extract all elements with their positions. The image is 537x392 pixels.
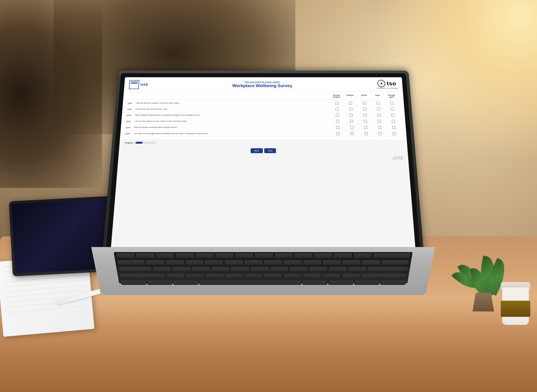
progress-section: Progress xyxy=(119,139,407,146)
qa28-strongly-disagree[interactable] xyxy=(336,126,339,129)
qa29-agree[interactable] xyxy=(379,132,382,135)
question-header-row: Stronglydisagree Disagree Neutral Agree … xyxy=(128,93,398,99)
question-num-qa24: QA24 xyxy=(128,102,136,104)
rating-options-qa26 xyxy=(330,114,400,117)
rating-header-disagree: Disagree xyxy=(344,95,356,98)
qa29-strongly-disagree[interactable] xyxy=(336,132,340,135)
rating-options-qa28 xyxy=(331,126,401,129)
qa25-neutral[interactable] xyxy=(363,108,367,110)
qa27-neutral[interactable] xyxy=(364,120,367,123)
survey-title-area: Plain text version for screen readers Wo… xyxy=(148,81,376,88)
question-text-qa29: I can talk to my manager about something… xyxy=(133,132,331,135)
qa26-disagree[interactable] xyxy=(350,114,353,117)
qa26-strongly-disagree[interactable] xyxy=(336,114,339,117)
question-row-qa29: QA29 I can talk to my manager about some… xyxy=(125,131,401,137)
nav-buttons: Back Next xyxy=(119,146,408,155)
rating-options-qa29 xyxy=(331,132,401,135)
survey-header: HSE Plain text version for screen reader… xyxy=(124,77,403,91)
qa25-strongly-disagree[interactable] xyxy=(336,108,339,110)
back-button[interactable]: Back xyxy=(251,148,263,153)
hse-label: HSE xyxy=(140,83,148,86)
snap-surveys-label: Snap Surveys xyxy=(392,158,403,159)
question-text-qa25: I have some say over the way I work xyxy=(135,108,330,110)
qa26-agree[interactable] xyxy=(378,114,381,117)
plant xyxy=(462,226,505,311)
laptop: HSE Plain text version for screen reader… xyxy=(102,54,435,295)
tso-label: tso xyxy=(386,80,396,86)
hse-logo-box xyxy=(129,80,139,89)
qa24-strongly-agree[interactable] xyxy=(390,102,394,104)
rating-header-strongly-disagree: Stronglydisagree xyxy=(330,95,343,98)
qa29-disagree[interactable] xyxy=(350,132,354,135)
rating-header-neutral: Neutral xyxy=(358,95,370,98)
question-row-qa25: QA25 I have some say over the way I work xyxy=(127,106,400,112)
qa25-agree[interactable] xyxy=(377,108,380,110)
question-num-qa29: QA29 xyxy=(125,133,133,135)
rating-headers: Stronglydisagree Disagree Neutral Agree … xyxy=(329,95,398,98)
question-text-qa26: I have sufficient opportunities to quest… xyxy=(135,114,331,117)
qa24-strongly-disagree[interactable] xyxy=(335,102,338,104)
camera xyxy=(263,72,264,73)
rating-header-agree: Agree xyxy=(372,95,384,98)
question-text-qa28: Staff are always consulted about change … xyxy=(134,126,331,129)
survey-questions: Stronglydisagree Disagree Neutral Agree … xyxy=(120,91,407,139)
progress-label: Progress xyxy=(125,142,133,144)
question-num-qa28: QA28 xyxy=(126,127,134,128)
qa24-neutral[interactable] xyxy=(363,102,366,104)
qa27-strongly-agree[interactable] xyxy=(392,120,395,123)
laptop-screen: HSE Plain text version for screen reader… xyxy=(111,77,416,252)
qa26-neutral[interactable] xyxy=(364,114,367,117)
question-row-qa24: QA24 I get the help and support I need f… xyxy=(128,100,399,106)
qa28-agree[interactable] xyxy=(378,126,382,129)
qa25-disagree[interactable] xyxy=(349,108,353,110)
qa24-disagree[interactable] xyxy=(349,102,352,104)
laptop-bezel: HSE Plain text version for screen reader… xyxy=(106,73,421,255)
question-row-qa26: QA26 I have sufficient opportunities to … xyxy=(126,112,400,118)
question-num-qa27: QA27 xyxy=(126,121,134,122)
survey-title: Workplace Wellbeing Survey xyxy=(148,84,376,88)
qa26-strongly-agree[interactable] xyxy=(391,114,394,117)
rating-options-qa24 xyxy=(330,102,399,104)
next-button[interactable]: Next xyxy=(264,148,276,153)
qa27-disagree[interactable] xyxy=(350,120,353,123)
qa27-agree[interactable] xyxy=(378,120,381,123)
keyboard-area xyxy=(114,252,413,284)
hse-logo: HSE xyxy=(129,80,148,89)
laptop-screen-outer: HSE Plain text version for screen reader… xyxy=(102,71,424,258)
rating-options-qa25 xyxy=(330,108,399,110)
question-text-qa24: I get the help and support I need from t… xyxy=(136,102,330,104)
tso-logo: tso a Williams Lea company xyxy=(376,80,398,89)
qa29-strongly-agree[interactable] xyxy=(393,132,396,135)
progress-bar-fill xyxy=(135,142,143,144)
coffee-cup xyxy=(499,282,532,325)
snap-footer: Powered by Snap Surveys xyxy=(118,155,408,160)
laptop-base xyxy=(91,247,435,295)
question-num-qa25: QA25 xyxy=(127,108,135,110)
tso-subtitle: a Williams Lea company xyxy=(376,87,398,89)
question-num-qa26: QA26 xyxy=(127,114,135,116)
question-row-qa28: QA28 Staff are always consulted about ch… xyxy=(126,125,401,131)
qa25-strongly-agree[interactable] xyxy=(391,108,394,110)
question-row-qa27: QA27 I receive the respect at work I des… xyxy=(126,118,401,125)
question-text-qa27: I receive the respect at work I deserve … xyxy=(134,120,331,122)
qa28-neutral[interactable] xyxy=(364,126,367,129)
qa29-neutral[interactable] xyxy=(365,132,368,135)
qa27-strongly-disagree[interactable] xyxy=(336,120,339,123)
rating-options-qa27 xyxy=(331,120,400,123)
survey-container: HSE Plain text version for screen reader… xyxy=(111,77,416,252)
rating-header-strongly-agree: Stronglyagree xyxy=(385,95,398,98)
progress-bar-container xyxy=(135,142,156,144)
tso-compass-icon xyxy=(377,80,386,87)
qa28-disagree[interactable] xyxy=(350,126,353,129)
qa28-strongly-agree[interactable] xyxy=(392,126,396,129)
qa24-agree[interactable] xyxy=(377,102,380,104)
plain-text-link[interactable]: Plain text version for screen readers xyxy=(148,81,376,83)
